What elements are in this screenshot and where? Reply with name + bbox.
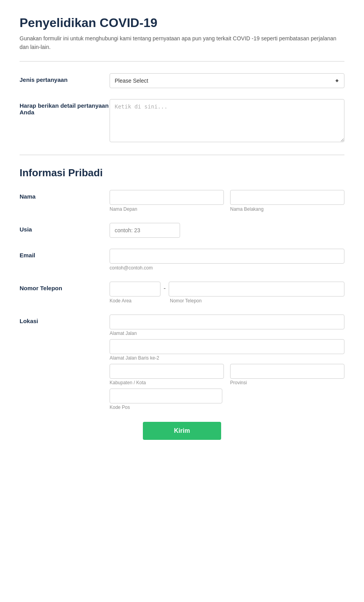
inquiry-section: Jenis pertanyaan Please Select Harap ber… — [20, 73, 344, 144]
phone-hints-group: Kode Area Nomor Telepon — [110, 298, 344, 304]
street-address1-input[interactable] — [110, 315, 344, 329]
city-input[interactable] — [110, 364, 224, 379]
street-address2-wrap: Alamat Jalan Baris ke-2 — [110, 339, 344, 361]
question-type-label: Jenis pertanyaan — [20, 73, 110, 83]
phone-number-input[interactable] — [169, 282, 344, 296]
age-field — [110, 223, 344, 238]
location-label: Lokasi — [20, 315, 110, 324]
phone-separator: - — [164, 285, 166, 292]
last-name-hint: Nama Belakang — [230, 206, 344, 212]
last-name-input[interactable] — [230, 190, 344, 205]
province-wrap: Provinsi — [230, 364, 344, 385]
street-address1-hint: Alamat Jalan — [110, 331, 344, 336]
email-hint: contoh@contoh.com — [110, 265, 344, 271]
street-address2-hint: Alamat Jalan Baris ke-2 — [110, 355, 344, 361]
phone-fields-group: - — [110, 282, 344, 296]
question-type-row: Jenis pertanyaan Please Select — [20, 73, 344, 88]
location-fields-group: Alamat Jalan Alamat Jalan Baris ke-2 Kab… — [110, 315, 344, 410]
submit-container: Kirim — [20, 422, 344, 440]
postal-hint: Kode Pos — [110, 405, 222, 410]
location-field-wrap: Alamat Jalan Alamat Jalan Baris ke-2 Kab… — [110, 315, 344, 410]
location-row: Lokasi Alamat Jalan Alamat Jalan Baris k… — [20, 315, 344, 410]
age-input[interactable] — [110, 223, 180, 238]
personal-section: Informasi Pribadi Nama Nama Depan Nama B… — [20, 167, 344, 410]
city-province-row: Kabupaten / Kota Provinsi — [110, 364, 344, 385]
phone-row: Nomor Telepon - Kode Area Nomor Telepon — [20, 282, 344, 304]
age-label: Usia — [20, 223, 110, 233]
postal-input[interactable] — [110, 389, 222, 403]
section-divider-middle — [20, 155, 344, 155]
name-fields-group: Nama Depan Nama Belakang — [110, 190, 344, 212]
postal-wrap: Kode Pos — [110, 389, 222, 410]
first-name-wrap: Nama Depan — [110, 190, 224, 212]
question-detail-field — [110, 99, 344, 144]
province-input[interactable] — [230, 364, 344, 379]
page-description: Gunakan formulir ini untuk menghubungi k… — [20, 34, 344, 52]
phone-number-hint: Nomor Telepon — [170, 298, 344, 304]
question-detail-label: Harap berikan detail pertanyaan Anda — [20, 99, 110, 116]
email-field-wrap: contoh@contoh.com — [110, 249, 344, 271]
first-name-input[interactable] — [110, 190, 224, 205]
submit-button[interactable]: Kirim — [143, 422, 221, 440]
question-type-field: Please Select — [110, 73, 344, 88]
age-row: Usia — [20, 223, 344, 238]
email-label: Email — [20, 249, 110, 259]
name-label: Nama — [20, 190, 110, 200]
area-code-wrap — [110, 282, 160, 296]
name-field: Nama Depan Nama Belakang — [110, 190, 344, 212]
question-detail-row: Harap berikan detail pertanyaan Anda — [20, 99, 344, 144]
personal-section-title: Informasi Pribadi — [20, 167, 344, 179]
page-title: Penyelidikan COVID-19 — [20, 16, 344, 30]
province-hint: Provinsi — [230, 380, 344, 385]
section-divider-top — [20, 61, 344, 61]
city-hint: Kabupaten / Kota — [110, 380, 224, 385]
name-row: Nama Nama Depan Nama Belakang — [20, 190, 344, 212]
street-address2-input[interactable] — [110, 339, 344, 354]
email-row: Email contoh@contoh.com — [20, 249, 344, 271]
question-detail-textarea[interactable] — [110, 99, 344, 142]
email-input[interactable] — [110, 249, 344, 264]
phone-number-wrap — [169, 282, 344, 296]
area-code-input[interactable] — [110, 282, 160, 296]
phone-label: Nomor Telepon — [20, 282, 110, 291]
first-name-hint: Nama Depan — [110, 206, 224, 212]
question-type-select[interactable]: Please Select — [110, 73, 344, 88]
area-code-hint: Kode Area — [110, 298, 160, 304]
city-wrap: Kabupaten / Kota — [110, 364, 224, 385]
street-address1-wrap: Alamat Jalan — [110, 315, 344, 336]
last-name-wrap: Nama Belakang — [230, 190, 344, 212]
phone-field-wrap: - Kode Area Nomor Telepon — [110, 282, 344, 304]
